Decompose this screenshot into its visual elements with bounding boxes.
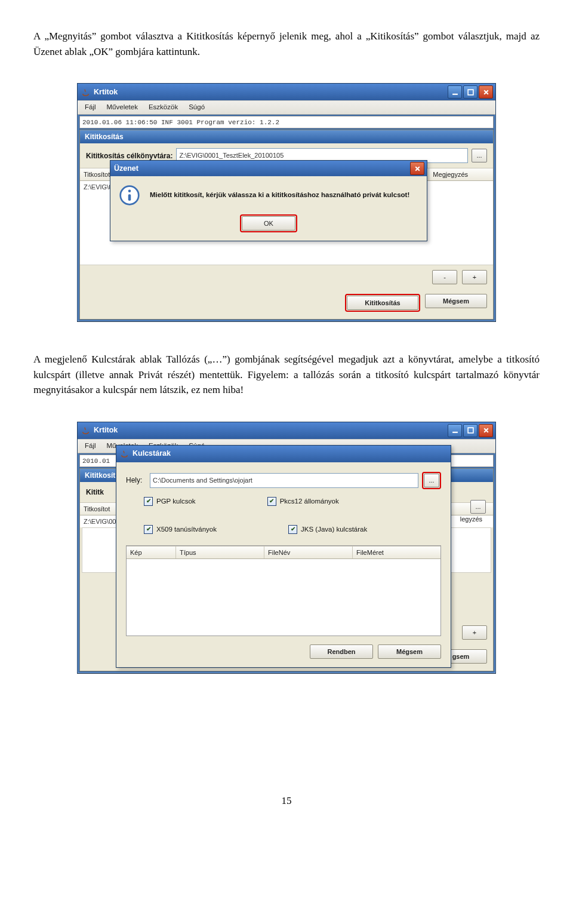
- menu-file[interactable]: Fájl: [80, 440, 101, 452]
- menu-file[interactable]: Fájl: [80, 101, 101, 113]
- col-note-tail: legyzés: [460, 514, 482, 524]
- panel-title: Kititkosítás: [80, 130, 493, 143]
- intro-paragraph-1: A „Megnyitás” gombot választva a Kititko…: [33, 29, 540, 59]
- col-note: Megjegyzés: [429, 168, 493, 180]
- key-list: Kép Típus FileNév FileMéret: [126, 545, 441, 636]
- minimize-button[interactable]: [448, 424, 462, 437]
- cb-pgp[interactable]: ✔PGP kulcsok: [144, 496, 196, 506]
- maximize-button[interactable]: [463, 85, 478, 99]
- titlebar: Krtitok: [78, 84, 495, 100]
- minus-button[interactable]: -: [432, 270, 457, 284]
- browse-button-bg[interactable]: ...: [470, 500, 486, 514]
- log-line: 2010.01.06 11:06:50 INF 3001 Program ver…: [79, 116, 494, 128]
- screenshot-2: Krtitok Fájl Műveletek Eszközök Súgó 201…: [77, 422, 496, 674]
- page-number: 15: [33, 793, 540, 809]
- svg-rect-0: [452, 93, 458, 94]
- screenshot-1: Krtitok Fájl Műveletek Eszközök Súgó 201…: [77, 83, 496, 322]
- megsem-button[interactable]: Mégsem: [378, 644, 441, 659]
- dir-label: Kititkosítás célkönyvtára:: [86, 151, 172, 161]
- cb-x509[interactable]: ✔X509 tanúsítványok: [144, 524, 217, 535]
- hely-label: Hely:: [126, 475, 146, 486]
- uzenet-dialog: Üzenet Mielőtt kititkosít, kérjük válass…: [110, 160, 427, 241]
- minimize-button[interactable]: [448, 85, 462, 99]
- cb-jks[interactable]: ✔JKS (Java) kulcstárak: [288, 524, 367, 535]
- app-title: Krtitok: [94, 425, 118, 436]
- kulcstarak-dialog: Kulcstárak Hely: C:\Documents and Settin…: [116, 445, 451, 668]
- highlight-ok: OK: [240, 214, 297, 232]
- svg-rect-6: [468, 428, 473, 433]
- kititkositas-button[interactable]: Kititkosítás: [347, 296, 418, 310]
- svg-point-3: [128, 190, 131, 193]
- uzenet-message: Mielőtt kititkosít, kérjük válassza ki a…: [150, 190, 409, 200]
- menu-help[interactable]: Súgó: [184, 101, 210, 113]
- svg-rect-4: [128, 194, 131, 201]
- highlight-browse: ...: [422, 472, 441, 489]
- uzenet-title: Üzenet: [114, 163, 138, 174]
- plus-button[interactable]: +: [462, 625, 487, 640]
- info-icon: [119, 185, 140, 206]
- java-icon: [81, 426, 90, 435]
- plus-button[interactable]: +: [462, 270, 487, 284]
- svg-rect-5: [452, 432, 458, 433]
- close-button[interactable]: [479, 85, 493, 99]
- intro-paragraph-2: A megjelenő Kulcstárak ablak Tallózás („…: [33, 352, 540, 398]
- hely-field[interactable]: C:\Documents and Settings\ojojart: [150, 473, 418, 488]
- svg-rect-1: [468, 90, 473, 95]
- app-title: Krtitok: [94, 87, 118, 98]
- rendben-button[interactable]: Rendben: [310, 644, 373, 659]
- java-icon: [120, 449, 129, 458]
- dir-label: Kititk: [86, 487, 104, 498]
- menubar: Fájl Műveletek Eszközök Súgó: [78, 100, 495, 115]
- maximize-button[interactable]: [463, 424, 478, 437]
- uzenet-close[interactable]: [410, 162, 424, 175]
- highlight-kit: Kititkosítás: [345, 294, 420, 312]
- browse-button[interactable]: ...: [472, 149, 487, 162]
- ok-button[interactable]: OK: [242, 216, 295, 231]
- kulcs-title: Kulcstárak: [133, 448, 171, 459]
- cancel-button[interactable]: Mégsem: [425, 294, 487, 308]
- menu-tools[interactable]: Eszközök: [144, 101, 183, 113]
- java-icon: [81, 88, 90, 97]
- hely-browse-button[interactable]: ...: [424, 474, 439, 487]
- cb-pkcs12[interactable]: ✔Pkcs12 állományok: [267, 496, 339, 506]
- menu-ops[interactable]: Műveletek: [102, 101, 143, 113]
- close-button[interactable]: [479, 424, 493, 437]
